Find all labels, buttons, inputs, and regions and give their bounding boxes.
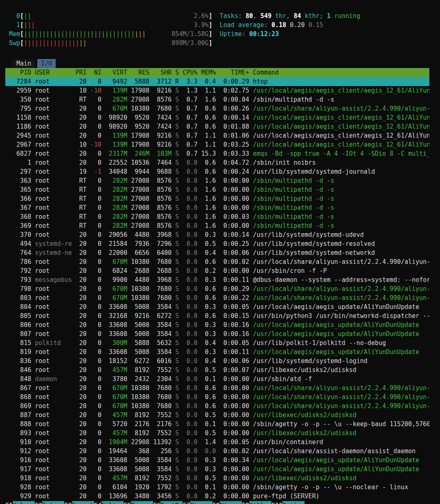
- fkey-f2[interactable]: F2Setup: [35, 501, 64, 504]
- cell-pid: 792: [5, 266, 31, 275]
- process-row[interactable]: 798root200670M103807680S0.00.60:00.29/us…: [5, 284, 429, 293]
- cell-s: S: [171, 411, 179, 420]
- process-row[interactable]: 297root19-13404899449688S0.00.60:00.24/u…: [5, 167, 429, 176]
- cell-time: 0:00.04: [216, 95, 249, 104]
- process-row[interactable]: 819root2003360850083584S0.00.30:00.11/us…: [5, 347, 429, 356]
- process-row[interactable]: 2959root10-10139M179089216S1.31.10:02.75…: [5, 86, 429, 95]
- process-row[interactable]: 350rootRT0282M270088576S0.71.60:00.04/sb…: [5, 95, 429, 104]
- process-row[interactable]: 786root200670M103807680S0.00.60:00.02/us…: [5, 257, 429, 266]
- process-row[interactable]: 887root200457M81927552S0.00.50:00.00/usr…: [5, 411, 429, 420]
- fkey-f7[interactable]: F7Nice -: [183, 501, 212, 504]
- fkey-label: Search: [72, 501, 94, 504]
- process-row[interactable]: 494systemd-re2002158479367296S0.00.50:00…: [5, 239, 429, 248]
- process-row[interactable]: 2945root200139M179089216S0.71.10:01.06/u…: [5, 131, 429, 140]
- process-row[interactable]: 848daemon200378024322304S0.00.10:00.00/u…: [5, 375, 429, 384]
- process-row[interactable]: 370root2002905644803968S0.00.30:00.14/us…: [5, 230, 429, 239]
- cell-res: 5008: [127, 347, 149, 356]
- process-row[interactable]: 795root200670M103807680S0.70.60:00.26/us…: [5, 104, 429, 113]
- process-row[interactable]: 867root200670M103807680S0.00.60:00.00/us…: [5, 384, 429, 393]
- process-row[interactable]: 365rootRT0282M270088576S0.01.60:00.00/sb…: [5, 185, 429, 194]
- process-row[interactable]: 805root2003216892166272S0.00.60:00.15/us…: [5, 311, 429, 320]
- fkey-f1[interactable]: F1Help: [5, 501, 35, 504]
- col-header-shr[interactable]: SHR: [149, 68, 171, 77]
- fkey-f10[interactable]: F10Quit: [271, 501, 305, 504]
- process-row[interactable]: 792root200682426882688S0.00.20:00.00/usr…: [5, 266, 429, 275]
- fkey-f5[interactable]: F5Tree: [124, 501, 153, 504]
- process-row[interactable]: 916root2003360850083584S0.00.30:00.34/us…: [5, 456, 429, 465]
- tab-main[interactable]: Main: [13, 59, 35, 68]
- cell-res: 27008: [127, 176, 149, 185]
- process-row[interactable]: 836root2001815262726016S0.00.40:00.06/us…: [5, 356, 429, 366]
- cell-cpu: 0.0: [179, 329, 197, 338]
- process-row[interactable]: 918root200457M81927552S0.00.50:00.00/usr…: [5, 474, 429, 483]
- process-row[interactable]: 2967root10-10139M179089216S0.71.10:03.25…: [5, 140, 429, 149]
- process-row[interactable]: 368rootRT0282M270088576S0.01.60:00.03/sb…: [5, 212, 429, 221]
- process-row[interactable]: 1186root2009892095207424S0.70.60:01.88/u…: [5, 122, 429, 131]
- process-row[interactable]: 366rootRT0282M270088576S0.01.60:00.00/sb…: [5, 194, 429, 203]
- process-row[interactable]: 807root2003360850083584S0.00.30:00.16/us…: [5, 329, 429, 338]
- process-row[interactable]: 868root200670M103807680S0.00.60:00.00/us…: [5, 393, 429, 402]
- process-row[interactable]: 912root20019464368256S0.00.00:00.02/usr/…: [5, 447, 429, 456]
- fkey-f3[interactable]: F3Search: [64, 501, 94, 504]
- process-row[interactable]: 367rootRT0282M270088576S0.01.60:00.00/sb…: [5, 203, 429, 212]
- process-row[interactable]: 363rootRT0282M270088576S0.01.60:00.00/sb…: [5, 176, 429, 185]
- process-row[interactable]: 1root20022552105367464S0.00.60:04.72/sbi…: [5, 158, 429, 167]
- cell-shr: 9216: [149, 86, 171, 95]
- process-row[interactable]: 846root200457M81927552S0.00.50:00.07/usr…: [5, 366, 429, 375]
- col-header-cpu[interactable]: CPU%▽: [179, 68, 197, 77]
- process-row[interactable]: 803root200670M103807680S0.00.60:00.22/us…: [5, 293, 429, 302]
- process-row[interactable]: 804root2003360850083584S0.00.30:00.05/us…: [5, 302, 429, 311]
- fkey-label: Filter: [102, 501, 124, 504]
- cell-cpu: 0.0: [179, 221, 197, 230]
- process-row[interactable]: 928root200610419201792S0.00.10:00.00/sbi…: [5, 483, 429, 492]
- col-header-virt[interactable]: VIRT: [102, 68, 127, 77]
- cell-time: 0:00.06: [216, 356, 249, 366]
- col-header-mem[interactable]: MEM%: [197, 68, 216, 77]
- fkey-f9[interactable]: F9Kill: [242, 501, 271, 504]
- col-header-user[interactable]: USER: [31, 68, 75, 77]
- cell-shr: 1792: [149, 483, 171, 492]
- cell-cpu: 0.0: [179, 158, 197, 167]
- col-header-state[interactable]: S: [171, 68, 179, 77]
- col-header-pid[interactable]: PID: [5, 68, 31, 77]
- cell-user: root: [31, 185, 75, 194]
- cell-shr: 7680: [149, 384, 171, 393]
- cell-pid: 893: [5, 429, 31, 438]
- tab-io[interactable]: I/O: [37, 59, 56, 68]
- cell-cpu: 0.7: [179, 122, 197, 131]
- cell-virt: 33608: [102, 456, 127, 465]
- process-row[interactable]: 369rootRT0282M270088576S0.01.60:00.00/sb…: [5, 221, 429, 230]
- cell-pid: 2945: [5, 131, 31, 140]
- cell-mem: 15.3: [197, 149, 216, 158]
- cell-res: 27008: [127, 194, 149, 203]
- cell-s: S: [171, 95, 179, 104]
- process-row[interactable]: 6827root2002317M246M103MS0.715.30:03.33e…: [5, 149, 429, 158]
- col-header-res[interactable]: RES: [127, 68, 149, 77]
- fkey-f4[interactable]: F4Filter: [94, 501, 124, 504]
- process-row[interactable]: 917root2003360850083584S0.00.30:00.00/us…: [5, 465, 429, 474]
- cell-shr: 3456: [149, 492, 171, 501]
- process-row[interactable]: 806root2003360850083584S0.00.30:00.16/us…: [5, 320, 429, 329]
- process-row[interactable]: 1158root2009892095207424S0.70.60:00.14/u…: [5, 113, 429, 122]
- fkey-f8[interactable]: F8Nice +: [212, 501, 242, 504]
- process-row[interactable]: 869root200670M103807680S0.00.60:00.00/us…: [5, 402, 429, 411]
- cell-user: root: [31, 393, 75, 402]
- col-header-command[interactable]: Command: [249, 68, 429, 77]
- process-row-selected[interactable]: 7284root200949258883712R3.30.40:00.29hto…: [5, 77, 429, 86]
- process-row[interactable]: 815polkitd200300M58885632S0.00.40:00.05/…: [5, 338, 429, 347]
- col-header-pri[interactable]: PRI: [76, 68, 87, 77]
- cell-res: 9216: [127, 311, 149, 320]
- fkey-f6[interactable]: F6SortBy: [153, 501, 183, 504]
- cell-ni: 0: [87, 257, 102, 266]
- process-row[interactable]: 910root2001904M2290811392S0.01.40:00.05/…: [5, 438, 429, 447]
- process-row[interactable]: 893root200457M81927552S0.00.50:00.00/usr…: [5, 429, 429, 438]
- process-row[interactable]: 888root200572021762176S0.00.10:00.00/sbi…: [5, 420, 429, 429]
- cell-user: root: [31, 438, 75, 447]
- process-row[interactable]: 793messagebus200990044803968S0.00.30:00.…: [5, 275, 429, 284]
- cell-res: 9520: [127, 113, 149, 122]
- col-header-ni[interactable]: NI: [87, 68, 102, 77]
- process-row[interactable]: 764systemd-ne2002200066566400S0.00.40:00…: [5, 248, 429, 257]
- cell-pri: 20: [76, 411, 87, 420]
- process-row[interactable]: 929root2001369634803456S0.00.20:00.00pur…: [5, 492, 429, 501]
- col-header-time[interactable]: TIME+: [216, 68, 249, 77]
